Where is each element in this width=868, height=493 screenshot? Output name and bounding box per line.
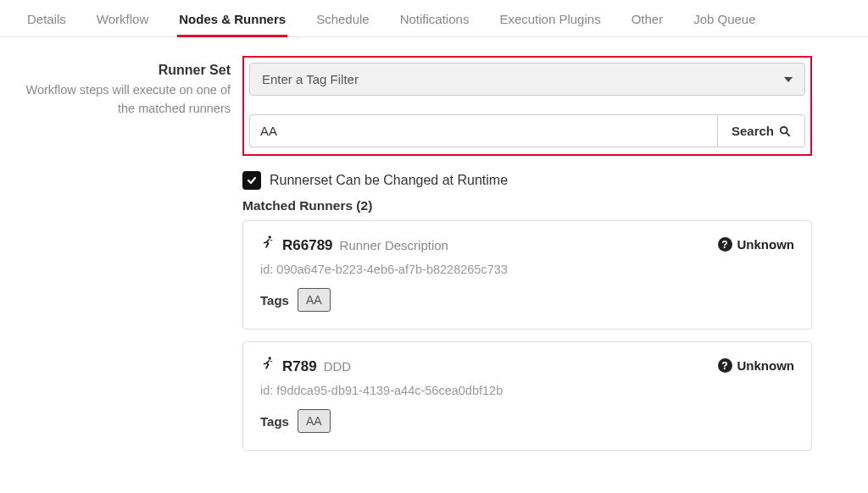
tag-chip: AA [298, 409, 331, 433]
runner-description: DDD [324, 359, 352, 374]
tags-label: Tags [260, 414, 289, 429]
runner-name: R66789 [282, 237, 333, 254]
tag-chip: AA [298, 288, 331, 312]
runtime-checkbox[interactable] [242, 171, 261, 190]
tags-label: Tags [260, 293, 289, 307]
runner-id: id: f9ddca95-db91-4139-a44c-56cea0dbf12b [260, 384, 794, 397]
question-icon: ? [718, 237, 732, 252]
runner-tags-row: Tags AA [260, 288, 794, 312]
tab-job-queue[interactable]: Job Queue [692, 7, 757, 37]
runner-card: R66789 Runner Description ? Unknown id: … [242, 220, 812, 330]
filter-highlight-box: Enter a Tag Filter Search [242, 56, 812, 156]
svg-point-0 [781, 126, 787, 133]
runner-name: R789 [282, 358, 317, 375]
search-input[interactable] [249, 114, 717, 147]
right-column: Enter a Tag Filter Search [242, 56, 812, 463]
tag-filter-dropdown[interactable]: Enter a Tag Filter [249, 63, 805, 96]
svg-line-1 [787, 132, 790, 136]
runner-tags-row: Tags AA [260, 409, 794, 433]
tabs-bar: Details Workflow Nodes & Runners Schedul… [0, 0, 868, 37]
tab-nodes-runners[interactable]: Nodes & Runners [177, 7, 287, 37]
content-area: Runner Set Workflow steps will execute o… [0, 37, 868, 488]
svg-point-2 [269, 235, 271, 238]
runtime-checkbox-row: Runnerset Can be Changed at Runtime [242, 171, 812, 190]
search-row: Search [249, 114, 805, 147]
tab-workflow[interactable]: Workflow [95, 7, 150, 37]
runner-set-subtext: Workflow steps will execute on one of th… [8, 81, 231, 119]
side-description: Runner Set Workflow steps will execute o… [8, 56, 231, 463]
question-icon: ? [718, 358, 732, 373]
chevron-down-icon [784, 77, 793, 82]
checkmark-icon [247, 175, 257, 186]
search-button[interactable]: Search [717, 114, 805, 147]
search-icon [779, 125, 791, 137]
runner-id: id: 090a647e-b223-4eb6-af7b-b8228265c733 [260, 263, 794, 276]
runner-status: ? Unknown [718, 358, 795, 373]
tag-filter-placeholder: Enter a Tag Filter [262, 72, 359, 86]
tab-execution-plugins[interactable]: Execution Plugins [498, 7, 602, 37]
tab-other[interactable]: Other [630, 7, 665, 37]
running-icon [260, 356, 275, 371]
search-button-label: Search [732, 124, 774, 138]
runner-description: Runner Description [340, 238, 448, 252]
tab-details[interactable]: Details [25, 7, 68, 37]
runner-set-heading: Runner Set [8, 63, 231, 78]
tab-notifications[interactable]: Notifications [398, 7, 471, 37]
runner-card: R789 DDD ? Unknown id: f9ddca95-db91-413… [242, 341, 812, 451]
runtime-checkbox-label: Runnerset Can be Changed at Runtime [270, 173, 508, 188]
runner-status: ? Unknown [718, 237, 795, 252]
matched-runners-heading: Matched Runners (2) [242, 198, 812, 213]
tab-schedule[interactable]: Schedule [314, 7, 371, 37]
svg-point-3 [269, 357, 271, 359]
runner-status-label: Unknown [737, 358, 795, 373]
runner-status-label: Unknown [737, 237, 795, 252]
running-icon [260, 235, 275, 250]
